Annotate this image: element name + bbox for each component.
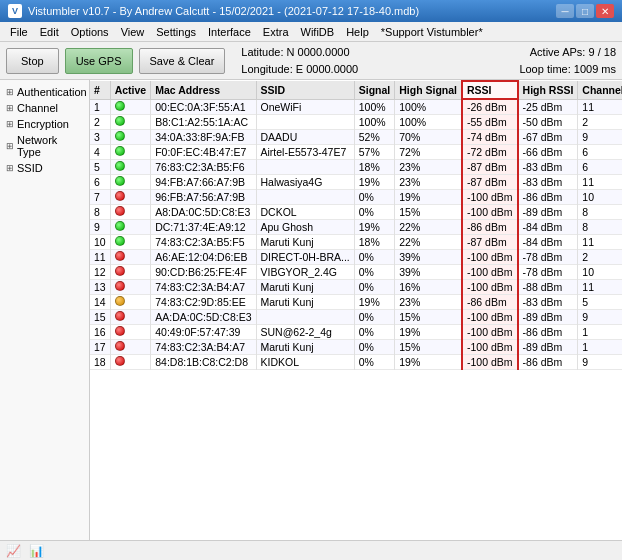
status-led (115, 101, 125, 111)
status-led (115, 266, 125, 276)
sidebar-item-authentication[interactable]: ⊞Authentication (0, 84, 89, 100)
menu-item-extra[interactable]: Extra (257, 25, 295, 39)
menu-item-edit[interactable]: Edit (34, 25, 65, 39)
table-row[interactable]: 1074:83:C2:3A:B5:F5Maruti Kunj18%22%-87 … (90, 235, 622, 250)
sidebar-item-encryption[interactable]: ⊞Encryption (0, 116, 89, 132)
table-cell: -88 dBm (518, 280, 578, 295)
table-cell: -100 dBm (462, 340, 518, 355)
col-header-signal[interactable]: Signal (354, 81, 395, 99)
table-row[interactable]: 1774:83:C2:3A:B4:A7Maruti Kunj0%15%-100 … (90, 340, 622, 355)
sidebar-label: Encryption (17, 118, 69, 130)
expand-icon: ⊞ (6, 119, 14, 129)
active-cell (110, 130, 151, 145)
status-led (115, 161, 125, 171)
table-cell: 1 (578, 325, 622, 340)
table-row[interactable]: 15AA:DA:0C:5D:C8:E30%15%-100 dBm-89 dBm9 (90, 310, 622, 325)
table-cell: 72% (395, 145, 462, 160)
active-cell (110, 355, 151, 370)
col-header-high-signal[interactable]: High Signal (395, 81, 462, 99)
table-row[interactable]: 2B8:C1:A2:55:1A:AC100%100%-55 dBm-50 dBm… (90, 115, 622, 130)
menu-item-file[interactable]: File (4, 25, 34, 39)
minimize-button[interactable]: ─ (556, 4, 574, 18)
table-row[interactable]: 9DC:71:37:4E:A9:12Apu Ghosh19%22%-86 dBm… (90, 220, 622, 235)
col-header-#[interactable]: # (90, 81, 110, 99)
latitude: Latitude: N 0000.0000 (241, 44, 358, 61)
sidebar-item-ssid[interactable]: ⊞SSID (0, 160, 89, 176)
table-cell: 18% (354, 160, 395, 175)
table-cell: 23% (395, 160, 462, 175)
sidebar-item-network-type[interactable]: ⊞Network Type (0, 132, 89, 160)
table-row[interactable]: 1884:D8:1B:C8:C2:D8KIDKOL0%19%-100 dBm-8… (90, 355, 622, 370)
table-cell: 94:FB:A7:66:A7:9B (151, 175, 256, 190)
table-row[interactable]: 334:0A:33:8F:9A:FBDAADU52%70%-74 dBm-67 … (90, 130, 622, 145)
table-cell: -87 dBm (462, 175, 518, 190)
active-cell (110, 325, 151, 340)
gps-button[interactable]: Use GPS (65, 48, 133, 74)
table-cell: 22% (395, 220, 462, 235)
table-cell: -87 dBm (462, 235, 518, 250)
table-row[interactable]: 1474:83:C2:9D:85:EEMaruti Kunj19%23%-86 … (90, 295, 622, 310)
menu-item-help[interactable]: Help (340, 25, 375, 39)
table-cell: 8 (90, 205, 110, 220)
col-header-high-rssi[interactable]: High RSSI (518, 81, 578, 99)
longitude: Longitude: E 0000.0000 (241, 61, 358, 78)
col-header-channel[interactable]: Channel (578, 81, 622, 99)
bar-icon[interactable]: 📊 (29, 544, 44, 558)
table-cell: Maruti Kunj (256, 340, 354, 355)
table-cell: -74 dBm (462, 130, 518, 145)
save-button[interactable]: Save & Clear (139, 48, 226, 74)
table-cell: 19% (354, 175, 395, 190)
sidebar-item-channel[interactable]: ⊞Channel (0, 100, 89, 116)
active-cell (110, 220, 151, 235)
table-cell: 8 (578, 205, 622, 220)
table-cell: 1 (90, 99, 110, 115)
table-row[interactable]: 100:EC:0A:3F:55:A1OneWiFi100%100%-26 dBm… (90, 99, 622, 115)
status-led (115, 116, 125, 126)
table-cell: -67 dBm (518, 130, 578, 145)
col-header-active[interactable]: Active (110, 81, 151, 99)
table-cell: 19% (354, 295, 395, 310)
table-row[interactable]: 576:83:C2:3A:B5:F618%23%-87 dBm-83 dBm6 (90, 160, 622, 175)
table-cell: 1 (578, 340, 622, 355)
table-cell: -83 dBm (518, 160, 578, 175)
col-header-ssid[interactable]: SSID (256, 81, 354, 99)
table-cell: 84:D8:1B:C8:C2:D8 (151, 355, 256, 370)
menu-item-settings[interactable]: Settings (150, 25, 202, 39)
expand-icon: ⊞ (6, 163, 14, 173)
content-area[interactable]: #ActiveMac AddressSSIDSignalHigh SignalR… (90, 80, 622, 540)
col-header-rssi[interactable]: RSSI (462, 81, 518, 99)
table-row[interactable]: 1640:49:0F:57:47:39SUN@62-2_4g0%19%-100 … (90, 325, 622, 340)
table-cell: 11 (578, 175, 622, 190)
menu-item-supportvistumbler[interactable]: *Support Vistumbler* (375, 25, 489, 39)
table-row[interactable]: 4F0:0F:EC:4B:47:E7Airtel-E5573-47E757%72… (90, 145, 622, 160)
menu-item-interface[interactable]: Interface (202, 25, 257, 39)
table-row[interactable]: 796:FB:A7:56:A7:9B0%19%-100 dBm-86 dBm10 (90, 190, 622, 205)
menu-item-view[interactable]: View (115, 25, 151, 39)
table-row[interactable]: 1290:CD:B6:25:FE:4FVIBGYOR_2.4G0%39%-100… (90, 265, 622, 280)
table-cell: 0% (354, 310, 395, 325)
stop-button[interactable]: Stop (6, 48, 59, 74)
table-cell: 8 (578, 220, 622, 235)
table-cell: -66 dBm (518, 145, 578, 160)
table-cell: 10 (578, 190, 622, 205)
table-row[interactable]: 11A6:AE:12:04:D6:EBDIRECT-0H-BRA...0%39%… (90, 250, 622, 265)
table-row[interactable]: 694:FB:A7:66:A7:9BHalwasiya4G19%23%-87 d… (90, 175, 622, 190)
table-row[interactable]: 1374:83:C2:3A:B4:A7Maruti Kunj0%16%-100 … (90, 280, 622, 295)
menu-item-options[interactable]: Options (65, 25, 115, 39)
expand-icon: ⊞ (6, 87, 14, 97)
table-cell: -100 dBm (462, 325, 518, 340)
menu-item-wifidb[interactable]: WifiDB (295, 25, 341, 39)
active-cell (110, 265, 151, 280)
close-button[interactable]: ✕ (596, 4, 614, 18)
col-header-mac-address[interactable]: Mac Address (151, 81, 256, 99)
sidebar-label: SSID (17, 162, 43, 174)
chart-icon[interactable]: 📈 (6, 544, 21, 558)
table-cell: 0% (354, 340, 395, 355)
status-led (115, 311, 125, 321)
table-row[interactable]: 8A8:DA:0C:5D:C8:E3DCKOL0%15%-100 dBm-89 … (90, 205, 622, 220)
table-cell: 15 (90, 310, 110, 325)
maximize-button[interactable]: □ (576, 4, 594, 18)
status-led (115, 176, 125, 186)
table-cell: Maruti Kunj (256, 295, 354, 310)
table-cell: 19% (395, 325, 462, 340)
